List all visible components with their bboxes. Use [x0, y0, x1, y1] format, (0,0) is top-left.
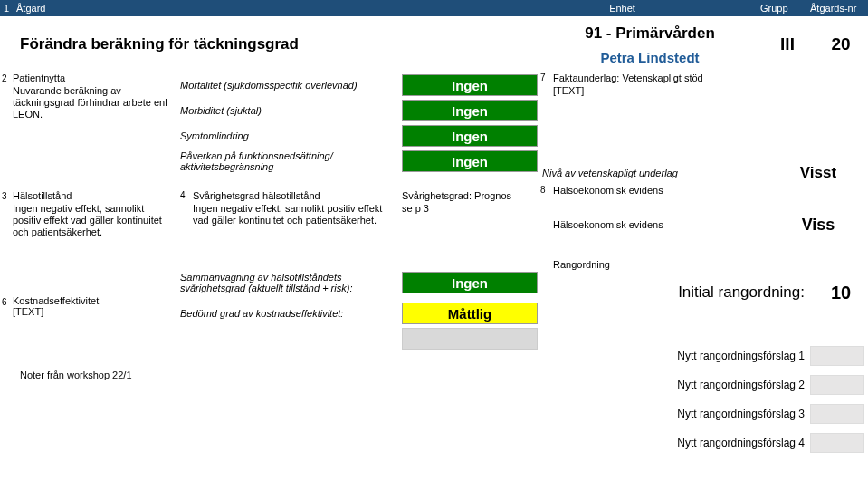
- fakta-heading: Faktaunderlag: Vetenskapligt stöd: [553, 72, 868, 83]
- nytt-row-4: Nytt rangordningsförslag 4: [539, 431, 868, 455]
- prognos-body: se p 3: [402, 203, 538, 214]
- metric-symtom-label: Symtomlindring: [180, 130, 402, 141]
- section-kostnadseffektivitet: 6 Kostnadseffektivitet [TEXT] Sammanvägn…: [0, 270, 539, 351]
- niva-value: Visst: [774, 164, 863, 182]
- unit-name: 91 - Primärvården: [539, 24, 761, 43]
- nytt-box-2[interactable]: [810, 375, 864, 395]
- nytt-label-2: Nytt rangordningsförslag 2: [539, 379, 810, 391]
- fakta-body: [TEXT]: [553, 85, 868, 96]
- svarighetsgrad-heading: Svårighetsgrad hälsotillstånd: [193, 190, 402, 201]
- group-value: III: [761, 34, 814, 54]
- section-halsotillstand: 3 Hälsotillstånd Ingen negativ effekt, s…: [0, 190, 539, 254]
- section-num-3: 3: [0, 190, 13, 254]
- notes-heading: Noter från workshop 22/1: [0, 370, 539, 380]
- samman-label: Sammanvägning av hälsotillståndets svåri…: [180, 272, 402, 293]
- title-row: Förändra beräkning för täckningsgrad 91 …: [0, 16, 868, 72]
- niva-row: Nivå av vetenskapligt underlag Visst: [539, 161, 868, 185]
- patientnytta-heading: Patientnytta: [13, 72, 180, 83]
- section-num-4: 4: [180, 190, 193, 254]
- header-bar: 1 Åtgärd Enhet Grupp Åtgärds-nr: [0, 0, 868, 16]
- header-atgardsnr: Åtgärds-nr: [810, 3, 864, 14]
- kostnad-heading: Kostnadseffektivitet: [13, 295, 180, 306]
- header-enhet: Enhet: [484, 3, 760, 14]
- nytt-row-1: Nytt rangordningsförslag 1: [539, 344, 868, 368]
- metric-paverkan-value: Ingen: [402, 150, 538, 172]
- halsoek-heading: Hälsoekonomisk evidens: [553, 185, 868, 196]
- section-num-8: 8: [539, 185, 553, 237]
- page-title: Förändra beräkning för täckningsgrad: [0, 35, 539, 53]
- section-num-2: 2: [0, 72, 13, 190]
- nytt-label-1: Nytt rangordningsförslag 1: [539, 350, 810, 362]
- section-faktaunderlag: 7 Faktaunderlag: Vetenskapligt stöd [TEX…: [539, 72, 868, 96]
- halsotillstand-heading: Hälsotillstånd: [13, 190, 180, 201]
- section-num-6: 6: [0, 270, 13, 351]
- rangord-heading: Rangordning: [539, 259, 868, 270]
- prognos-heading: Svårighetsgrad: Prognos: [402, 190, 538, 201]
- initial-rang-value: 10: [814, 283, 868, 303]
- nytt-label-3: Nytt rangordningsförslag 3: [539, 408, 810, 420]
- header-atgard: Åtgärd: [16, 3, 484, 14]
- halsoek-ev-value: Viss: [774, 216, 863, 235]
- metric-paverkan-label: Påverkan på funktionsnedsättning/ aktivi…: [180, 150, 402, 172]
- metric-mortalitet-value: Ingen: [402, 74, 538, 96]
- nytt-row-3: Nytt rangordningsförslag 3: [539, 402, 868, 426]
- niva-label: Nivå av vetenskapligt underlag: [539, 168, 774, 178]
- nytt-box-3[interactable]: [810, 404, 864, 424]
- nytt-row-2: Nytt rangordningsförslag 2: [539, 373, 868, 397]
- patientnytta-body: Nuvarande beräkning av täckningsgrad för…: [13, 85, 180, 121]
- svarighetsgrad-body: Ingen negativ effekt, sannolikt positiv …: [193, 203, 402, 226]
- person-name: Petra Lindstedt: [539, 50, 761, 65]
- nytt-label-4: Nytt rangordningsförslag 4: [539, 437, 810, 449]
- samman-value: Ingen: [402, 272, 538, 293]
- metric-mortalitet-label: Mortalitet (sjukdomsspecifik överlevnad): [180, 80, 402, 91]
- bedomd-empty: [402, 328, 538, 350]
- section-rangordning: Rangordning Initial rangordning: 10: [539, 257, 868, 306]
- metric-symtom-value: Ingen: [402, 125, 538, 147]
- kostnad-body: [TEXT]: [13, 306, 180, 317]
- nytt-box-1[interactable]: [810, 346, 864, 366]
- metric-morbiditet-label: Morbiditet (sjuktal): [180, 105, 402, 116]
- section-halsoekonomisk: 8 Hälsoekonomisk evidens Hälsoekonomisk …: [539, 185, 868, 237]
- halsoek-ev-label: Hälsoekonomisk evidens: [553, 219, 774, 230]
- section-patientnytta: 2 Patientnytta Nuvarande beräkning av tä…: [0, 72, 539, 190]
- halsotillstand-body: Ingen negativ effekt, sannolikt positiv …: [13, 203, 180, 239]
- unit-box: 91 - Primärvården Petra Lindstedt: [539, 24, 761, 65]
- bedomd-label: Bedömd grad av kostnadseffektivitet:: [180, 308, 347, 319]
- header-grupp: Grupp: [760, 3, 810, 14]
- initial-rang-label: Initial rangordning:: [539, 284, 814, 302]
- section-num-7: 7: [539, 72, 553, 96]
- metric-morbiditet-value: Ingen: [402, 100, 538, 121]
- bedomd-value: Måttlig: [402, 303, 538, 324]
- header-num: 1: [4, 3, 16, 14]
- actionnr-value: 20: [814, 34, 868, 54]
- nytt-box-4[interactable]: [810, 433, 864, 453]
